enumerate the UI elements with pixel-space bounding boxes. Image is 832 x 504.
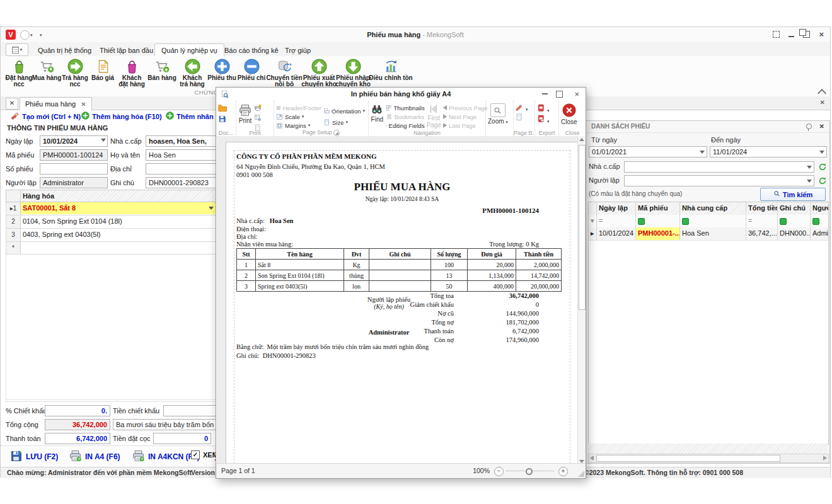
ribbon-button-chuyen-tien-noi-bo[interactable]: Chuyển tiềnnội bộ bbox=[267, 57, 302, 88]
scroll-left-icon[interactable] bbox=[590, 455, 594, 461]
ribbon-button-bao-gia[interactable]: Báo giá bbox=[89, 57, 117, 88]
filter-eq[interactable]: = bbox=[746, 215, 778, 227]
dialog-maximize-icon[interactable] bbox=[556, 91, 563, 98]
print-a4-button[interactable]: ? IN A4 (F6) bbox=[69, 449, 120, 464]
tab-tro-giup[interactable]: Trợ giúp bbox=[278, 43, 318, 57]
dropdown-icon[interactable] bbox=[819, 151, 824, 154]
dropdown-icon[interactable] bbox=[700, 151, 705, 154]
filter-icon[interactable] bbox=[780, 218, 787, 225]
scroll-right-icon[interactable] bbox=[823, 455, 827, 461]
col-ngay-lap[interactable]: Ngày lập bbox=[597, 202, 636, 215]
creator-filter-input[interactable] bbox=[624, 175, 814, 186]
col-nguoi[interactable]: Người bbox=[811, 202, 828, 215]
tab-thiet-lap-ban-dau[interactable]: Thiết lập ban đầu bbox=[93, 43, 160, 57]
dialog-close-icon[interactable]: × bbox=[574, 89, 579, 99]
col-ma-phieu[interactable]: Mã phiếu bbox=[636, 202, 680, 215]
col-ghi-chu[interactable]: Ghi chú bbox=[778, 202, 811, 215]
ribbon-button-phieu-chi[interactable]: Phiếu chi bbox=[236, 57, 267, 88]
items-grid-header[interactable]: Hàng hóa bbox=[6, 190, 216, 202]
zoom-button[interactable]: Zoom ▾ bbox=[488, 102, 508, 125]
ribbon-button-dieu-chinh-ton[interactable]: Điều chỉnh tồn bbox=[370, 57, 412, 88]
zoom-slider-thumb[interactable] bbox=[526, 468, 533, 475]
page-color-icon[interactable] bbox=[516, 113, 528, 122]
refresh-icon[interactable] bbox=[818, 176, 827, 185]
orientation-button[interactable]: Orientation▾ bbox=[323, 107, 365, 115]
editing-fields-button[interactable]: Editing Fields bbox=[386, 122, 425, 129]
margins-button[interactable]: Margins▾ bbox=[276, 122, 321, 129]
supplier-filter-input[interactable] bbox=[624, 161, 814, 173]
app-menu-button[interactable]: ▾ bbox=[6, 43, 28, 56]
item-row-1[interactable]: ▸1 SAT00001, Sắt 8 bbox=[6, 202, 216, 215]
ribbon-button-khach-tra-hang[interactable]: Kháchtrả hàng bbox=[177, 57, 207, 88]
dialog-title-bar[interactable]: In phiếu bán hàng khổ giấy A4 × bbox=[216, 88, 586, 101]
search-button[interactable]: Tìm kiếm bbox=[760, 188, 826, 201]
total-input[interactable]: 36,742,000 bbox=[45, 419, 110, 430]
close-icon[interactable]: × bbox=[819, 30, 824, 38]
save-document-icon[interactable] bbox=[218, 115, 228, 124]
voucher-grid-header[interactable]: Ngày lập Mã phiếu Nhà cung cấp Tổng tiền… bbox=[589, 202, 828, 215]
ribbon-button-mua-hang[interactable]: Mua hàng bbox=[32, 57, 61, 88]
col-nha-cung-cap[interactable]: Nhà cung cấp bbox=[680, 202, 746, 215]
ngay-lap-input[interactable]: 10/01/2024 bbox=[40, 135, 108, 147]
tab-quan-tri-he-thong[interactable]: Quản trị hệ thống bbox=[31, 43, 98, 57]
dropdown-icon[interactable] bbox=[807, 166, 812, 169]
filter-icon[interactable] bbox=[638, 218, 645, 225]
close-preview-button[interactable]: Close bbox=[561, 102, 577, 125]
export-pdf-icon[interactable]: ▾ bbox=[537, 104, 550, 113]
watermark-icon[interactable]: ▾ bbox=[516, 104, 528, 112]
preview-vertical-scrollbar[interactable] bbox=[577, 136, 586, 465]
horizontal-scrollbar[interactable] bbox=[588, 454, 829, 463]
ribbon-button-phieu-thu[interactable]: Phiếu thu bbox=[207, 57, 236, 88]
open-folder-icon[interactable] bbox=[218, 104, 228, 113]
ribbon-button-dat-hang-ncc[interactable]: Đặt hàngncc bbox=[6, 57, 32, 88]
nguoi-lap-input[interactable]: Administrator bbox=[40, 177, 108, 188]
tab-quan-ly-nghiep-vu[interactable]: Quản lý nghiệp vụ bbox=[154, 43, 224, 57]
item-row-2[interactable]: 2 0104, Sơn Spring Ext 0104 (18l) bbox=[6, 215, 216, 229]
quick-print-icon[interactable] bbox=[254, 104, 262, 113]
scrollbar-thumb[interactable] bbox=[596, 455, 780, 462]
print-a4kcn-button[interactable]: ? IN A4KCN (F9) bbox=[132, 449, 200, 464]
dialog-minimize-icon[interactable] bbox=[542, 93, 548, 94]
refresh-icon[interactable] bbox=[818, 163, 827, 171]
pin-icon[interactable] bbox=[806, 123, 812, 129]
zoom-out-icon[interactable]: − bbox=[494, 467, 504, 476]
voucher-row-1[interactable]: ▸ 10/01/2024 PMH00001-... Hoa Sen 36,742… bbox=[589, 227, 828, 241]
create-new-button[interactable]: Tạo mới (Ctrl + N) bbox=[11, 112, 81, 122]
filter-eq[interactable]: = bbox=[597, 215, 636, 227]
item-row-new[interactable]: * bbox=[6, 242, 216, 255]
paid-input[interactable]: 6,742,000 bbox=[45, 433, 110, 444]
dropdown-icon[interactable] bbox=[807, 180, 812, 183]
find-button[interactable]: Find bbox=[371, 102, 384, 123]
document-tab-phieu-mua-hang[interactable]: Phiếu mua hàng ✕ bbox=[20, 97, 92, 110]
ribbon-button-khach-dat-hang[interactable]: Kháchđặt hàng bbox=[117, 57, 147, 88]
row-dropdown-icon[interactable] bbox=[209, 207, 214, 210]
export-pdf-send-icon[interactable]: ▾ bbox=[537, 115, 550, 124]
ribbon-button-tra-hang-ncc[interactable]: Trả hàngncc bbox=[61, 57, 89, 88]
total-words-input[interactable]: Ba mươi sáu triệu bảy trăm bốn mươi h bbox=[113, 419, 233, 430]
ribbon-button-ban-hang[interactable]: Bán hàng bbox=[147, 57, 177, 88]
item-row-3[interactable]: 3 0403, Spring ext 0403(5l) bbox=[6, 229, 216, 242]
add-item-button[interactable]: Thêm hàng hóa (F10) bbox=[81, 112, 162, 121]
tab-close-icon[interactable]: ✕ bbox=[81, 98, 86, 110]
tabstrip-close-icon[interactable]: ✕ bbox=[820, 99, 825, 106]
deposit-input[interactable]: 0 bbox=[153, 433, 211, 444]
pct-discount-input[interactable]: 0. bbox=[45, 405, 110, 416]
zoom-in-icon[interactable]: + bbox=[558, 467, 568, 476]
scrollbar-thumb[interactable] bbox=[579, 145, 586, 310]
voucher-grid-filter-row[interactable]: ▾ = = bbox=[589, 215, 828, 228]
fullscreen-icon[interactable] bbox=[773, 31, 780, 38]
print-options-icon[interactable] bbox=[254, 114, 262, 123]
dropdown-icon[interactable] bbox=[101, 139, 106, 142]
ma-phieu-input[interactable]: PMH00001-100124 bbox=[40, 149, 108, 161]
save-button[interactable]: LƯU (F2) bbox=[9, 449, 58, 464]
panel-close-icon[interactable]: ✕ bbox=[819, 121, 824, 132]
close-all-tabs-icon[interactable]: ✕ bbox=[6, 98, 18, 110]
so-phieu-input[interactable] bbox=[40, 163, 108, 175]
minimize-icon[interactable] bbox=[789, 36, 794, 37]
col-tong-tien[interactable]: Tổng tiền bbox=[746, 202, 778, 215]
add-employee-button[interactable]: Thêm nhân viê bbox=[166, 112, 216, 121]
checkbox-checked-icon[interactable]: ✓ bbox=[191, 450, 200, 459]
ribbon-button-phieu-nhap-chuyen-kho[interactable]: Phiếu nhậpchuyển kho bbox=[336, 57, 370, 88]
filter-icon[interactable] bbox=[812, 218, 819, 225]
thumbnails-button[interactable]: Thumbnails bbox=[386, 104, 425, 112]
